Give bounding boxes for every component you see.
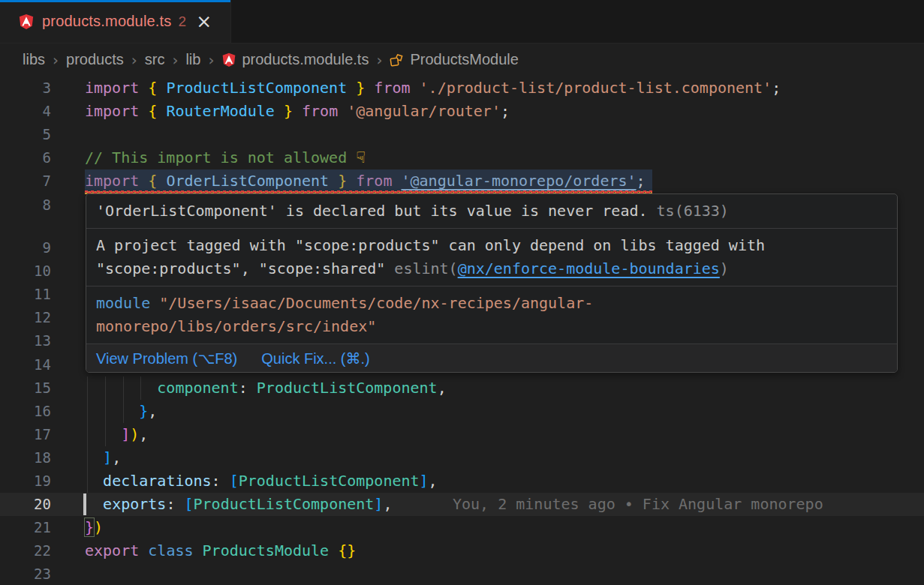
breadcrumb-item-products[interactable]: products: [66, 51, 124, 68]
code-text[interactable]: import { ProductListComponent } from './…: [85, 76, 781, 100]
line-number[interactable]: 6: [0, 146, 51, 170]
code-line-22[interactable]: 22export class ProductsModule {}: [0, 539, 924, 562]
code-text[interactable]: export class ProductsModule {}: [85, 539, 356, 562]
line-number[interactable]: 20: [0, 493, 51, 516]
hover-messages: 'OrderListComponent' is declared but its…: [86, 194, 897, 344]
hover-text: A project tagged with "scope:products" c…: [96, 236, 765, 254]
code-line-17[interactable]: 17 ]),: [0, 423, 924, 446]
line-number[interactable]: 10: [0, 260, 51, 283]
tab-close-icon[interactable]: ×: [196, 12, 212, 31]
code-text[interactable]: import { RouterModule } from '@angular/r…: [85, 100, 510, 123]
line-number[interactable]: 7: [0, 170, 51, 193]
code-token: import: [85, 172, 139, 190]
code-token: [338, 102, 347, 120]
breadcrumb-item-src[interactable]: src: [145, 51, 165, 68]
angular-icon: [18, 14, 35, 30]
code-token: ,: [429, 472, 438, 490]
hover-tooltip: 'OrderListComponent' is declared but its…: [86, 194, 898, 373]
code-line-7[interactable]: 7import { OrderListComponent } from '@an…: [0, 170, 924, 193]
code-line-19[interactable]: 19 declarations: [ProductListComponent],: [0, 470, 924, 493]
code-token: component: [157, 379, 238, 397]
line-number[interactable]: 3: [0, 76, 51, 100]
code-text[interactable]: component: ProductListComponent,: [85, 376, 447, 400]
code-token: [85, 402, 139, 420]
code-line-3[interactable]: 3import { ProductListComponent } from '.…: [0, 76, 924, 100]
code-token: }: [338, 172, 347, 190]
code-token: ,: [383, 495, 392, 513]
code-token: import: [85, 102, 139, 120]
code-text[interactable]: ]),: [85, 423, 148, 446]
code-token: ProductListComponent: [257, 379, 438, 397]
hover-text: 'OrderListComponent' is declared but its…: [96, 202, 648, 220]
code-token: {: [148, 102, 157, 120]
eslint-rule-link[interactable]: @nx/enforce-module-boundaries: [458, 260, 720, 278]
line-number[interactable]: 16: [0, 400, 51, 423]
code-text[interactable]: import { OrderListComponent } from '@ang…: [85, 170, 646, 193]
hover-message: module "/Users/isaac/Documents/code/nx-r…: [86, 286, 897, 344]
code-line-23[interactable]: 23: [0, 562, 924, 585]
code-token: [: [184, 495, 193, 513]
code-text[interactable]: // This import is not allowed ☟: [85, 146, 366, 170]
breadcrumb-item-products-module-ts[interactable]: products.module.ts: [221, 51, 369, 68]
code-text[interactable]: ],: [85, 446, 121, 470]
code-token: export: [85, 542, 139, 560]
line-number[interactable]: 22: [0, 539, 51, 562]
code-line-21[interactable]: 21}): [0, 516, 924, 539]
code-token: ProductsModule: [203, 542, 330, 560]
code-line-4[interactable]: 4import { RouterModule } from '@angular/…: [0, 100, 924, 123]
breadcrumb-item-productsmodule[interactable]: ProductsModule: [390, 51, 519, 68]
code-line-16[interactable]: 16 },: [0, 400, 924, 423]
code-token: ]: [374, 495, 383, 513]
breadcrumb-separator-icon: ›: [172, 51, 178, 69]
code-token: [85, 425, 121, 443]
breadcrumb-item-lib[interactable]: lib: [185, 51, 200, 68]
line-number[interactable]: 17: [0, 423, 51, 446]
breadcrumb-separator-icon: ›: [208, 51, 214, 69]
line-number[interactable]: 15: [0, 376, 51, 400]
quick-fix-link[interactable]: Quick Fix... (⌘.): [261, 350, 369, 368]
code-token: :: [239, 379, 257, 397]
breadcrumb-item-libs[interactable]: libs: [23, 51, 45, 68]
line-number[interactable]: 9: [0, 236, 51, 260]
code-token: import: [85, 79, 139, 97]
line-number[interactable]: 13: [0, 329, 51, 352]
line-number[interactable]: 11: [0, 283, 51, 306]
line-number[interactable]: 19: [0, 470, 51, 493]
tab-products-module[interactable]: products.module.ts 2 ×: [0, 0, 231, 43]
code-line-6[interactable]: 6// This import is not allowed ☟: [0, 146, 924, 170]
breadcrumb-separator-icon: ›: [376, 51, 382, 69]
hover-message: A project tagged with "scope:products" c…: [86, 229, 897, 286]
code-text[interactable]: }): [85, 516, 103, 539]
line-number[interactable]: 23: [0, 562, 51, 585]
hover-actions: View Problem (⌥F8)Quick Fix... (⌘.): [86, 344, 897, 372]
code-line-5[interactable]: 5: [0, 123, 924, 146]
code-token: ProductListComponent: [157, 79, 356, 97]
view-problem-link[interactable]: View Problem (⌥F8): [96, 350, 237, 368]
code-token: }: [85, 518, 94, 536]
code-token: from: [374, 79, 410, 97]
code-line-15[interactable]: 15 component: ProductListComponent,: [0, 376, 924, 400]
line-number[interactable]: 5: [0, 123, 51, 146]
code-token: ;: [501, 102, 510, 120]
code-token: }: [284, 102, 293, 120]
hover-text: "scope:products", "scope:shared": [96, 260, 385, 278]
code-text[interactable]: exports: [ProductListComponent],: [85, 493, 392, 516]
code-token: '@angular/router': [347, 102, 501, 120]
breadcrumb-separator-icon: ›: [53, 51, 59, 69]
line-number[interactable]: 18: [0, 446, 51, 470]
line-number[interactable]: 21: [0, 516, 51, 539]
code-text[interactable]: declarations: [ProductListComponent],: [85, 470, 438, 493]
hover-text: eslint(: [385, 260, 457, 278]
code-token: {}: [338, 542, 356, 560]
git-blame-annotation: You, 2 minutes ago • Fix Angular monorep…: [453, 493, 823, 516]
code-line-20[interactable]: 20 exports: [ProductListComponent],You, …: [0, 493, 924, 516]
line-number[interactable]: 12: [0, 306, 51, 329]
line-number[interactable]: 14: [0, 353, 51, 376]
code-token: {: [148, 172, 157, 190]
code-text[interactable]: },: [85, 400, 157, 423]
code-line-18[interactable]: 18 ],: [0, 446, 924, 470]
tab-bar: products.module.ts 2 ×: [0, 0, 924, 44]
line-number[interactable]: 8: [0, 194, 51, 217]
line-number[interactable]: 4: [0, 100, 51, 123]
code-token: [139, 172, 148, 190]
